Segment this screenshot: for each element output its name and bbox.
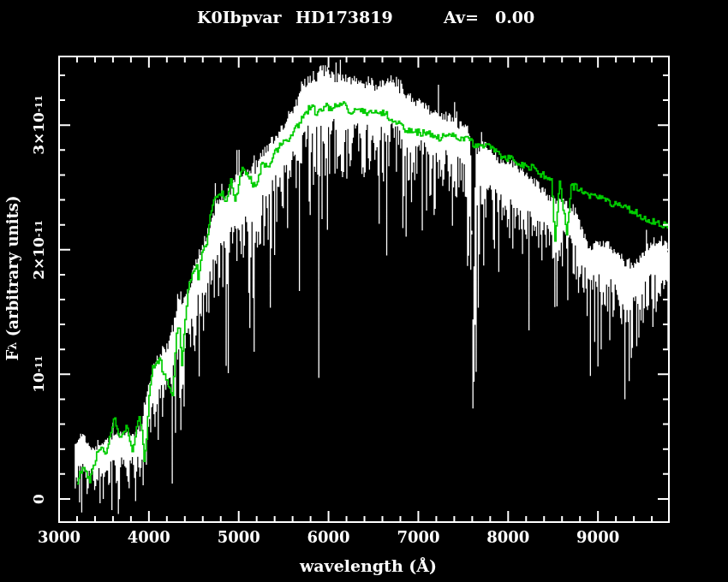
x-tick-label: 5000 — [200, 528, 277, 546]
spectrum-plot-canvas — [0, 0, 728, 582]
x-tick-label: 8000 — [469, 528, 546, 546]
spectral-type-label: K0Ibpvar — [197, 8, 282, 27]
y-tick-label: 3×10-11 — [30, 74, 47, 176]
extinction-value: 0.00 — [495, 8, 534, 27]
x-tick-label: 4000 — [110, 528, 188, 546]
x-axis-label: wavelength (Å) — [283, 556, 454, 575]
y-tick-label: 10-11 — [30, 323, 47, 425]
x-tick-label: 9000 — [559, 528, 636, 546]
y-tick-label: 0 — [30, 448, 47, 550]
y-axis-label: Fλ (arbitrary units) — [2, 158, 22, 398]
spectrum-figure: K0Ibpvar HD173819 Av= 0.00 Fλ (arbitrary… — [0, 0, 728, 582]
x-tick-label: 7000 — [379, 528, 456, 546]
y-tick-label: 2×10-11 — [30, 199, 47, 301]
x-tick-label: 6000 — [290, 528, 367, 546]
star-id-label: HD173819 — [295, 8, 393, 27]
extinction-label: Av= — [444, 8, 479, 27]
